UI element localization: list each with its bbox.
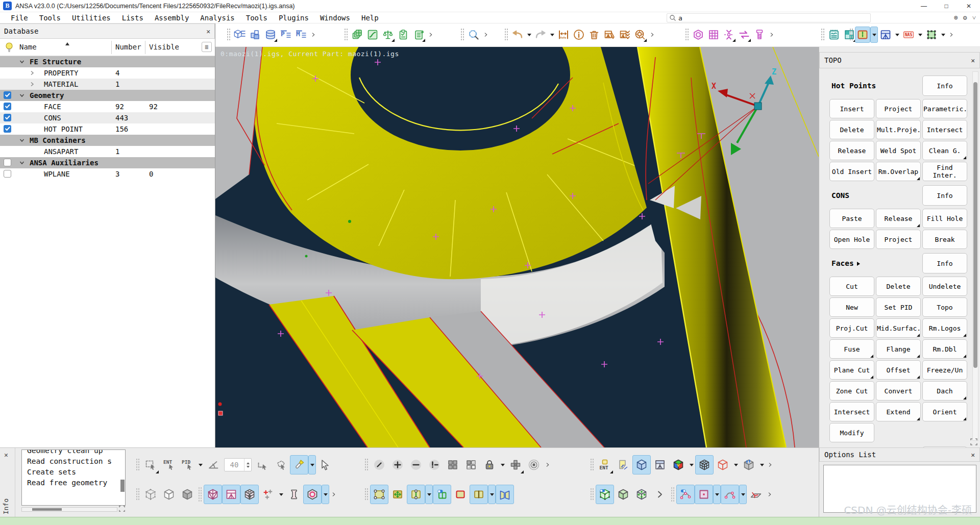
info-button-faces[interactable]: Info [922, 253, 967, 273]
undo-icon-dropdown[interactable] [525, 27, 533, 43]
set-pid-button[interactable]: Set PID [876, 297, 921, 317]
select-pid-icon[interactable]: PID [178, 455, 197, 474]
insert-button[interactable]: Insert [829, 99, 874, 118]
symmetry-icon[interactable] [721, 27, 737, 43]
bolt-icon[interactable] [752, 27, 767, 43]
box-select-icon[interactable] [141, 455, 160, 474]
polygon-select-icon[interactable] [272, 455, 290, 474]
shell-mode-icon[interactable] [222, 485, 240, 504]
transparency-view-icon-dropdown[interactable] [758, 455, 766, 474]
lock-view-icon-dropdown[interactable] [499, 455, 506, 474]
measure-icon[interactable] [556, 27, 571, 43]
edit-tools-more-icon[interactable] [649, 27, 656, 42]
mid-surfac-button[interactable]: Mid.Surfac. [876, 318, 921, 338]
paste-button[interactable]: Paste [829, 209, 874, 228]
column-name[interactable]: Name [19, 43, 37, 51]
solid-geometry-icon[interactable] [614, 485, 632, 504]
add-visible-icon[interactable] [388, 455, 407, 474]
tree-row-mb-containers[interactable]: MB Containers [0, 135, 215, 146]
quality-tools-more-icon[interactable] [427, 27, 434, 42]
surface-points-icon[interactable] [695, 485, 713, 504]
shell-mesh-icon-dropdown[interactable] [870, 27, 878, 43]
nodes-toggle-icon[interactable] [303, 485, 322, 504]
old-insert-button[interactable]: Old Insert [829, 162, 874, 181]
nastran-deck-icon-dropdown[interactable] [916, 27, 924, 43]
orient-button[interactable]: Orient [922, 402, 967, 421]
focus-icon[interactable] [632, 27, 648, 43]
tree-row-geometry[interactable]: Geometry [0, 90, 215, 101]
intersect-button[interactable]: Intersect [922, 120, 967, 139]
proj-cut-button[interactable]: Proj.Cut [829, 318, 874, 338]
show-all-icon[interactable] [444, 455, 462, 474]
zoom-area-icon[interactable] [466, 27, 481, 43]
tree-row-property[interactable]: PROPERTY4 [0, 67, 215, 79]
project-button[interactable]: Project [876, 230, 921, 249]
property-list-icon[interactable]: P [278, 27, 293, 43]
partial-select-icon[interactable] [253, 455, 272, 474]
maximize-button[interactable]: □ [935, 0, 958, 12]
angle-value-spinner[interactable]: 40 [224, 458, 252, 471]
rm-overlap-button[interactable]: Rm.Overlap [876, 162, 921, 181]
verify-mesh-icon[interactable] [617, 27, 632, 43]
show-partial-icon[interactable] [462, 455, 480, 474]
info-icon[interactable] [571, 27, 586, 43]
tree-row-ansapart[interactable]: ANSAPART1 [0, 146, 215, 157]
visibility-bulb-icon[interactable] [4, 42, 14, 53]
highlight-icon[interactable] [290, 455, 308, 474]
collapse-icon[interactable] [18, 56, 26, 67]
invert-visible-icon[interactable] [425, 455, 444, 474]
collapse-icon[interactable] [18, 157, 26, 168]
material-list-icon[interactable]: M [293, 27, 309, 43]
menu-assembly-4[interactable]: Assembly [149, 12, 194, 23]
solid-mode-icon[interactable] [178, 485, 197, 504]
batch-mesh-icon-dropdown[interactable] [893, 27, 901, 43]
face-edges-icon-dropdown[interactable] [425, 485, 433, 504]
function-curve-icon[interactable] [365, 27, 380, 43]
freeze-un-button[interactable]: Freeze/Un [922, 360, 967, 380]
open-hole-button[interactable]: Open Hole [829, 230, 874, 249]
command-hscrollbar[interactable] [21, 507, 117, 512]
menu-analysis-5[interactable]: Analysis [194, 12, 240, 23]
notes-icon[interactable] [826, 27, 842, 43]
close-button[interactable]: ✕ [958, 0, 980, 12]
face-axes-icon[interactable] [388, 485, 407, 504]
chevron-down-icon[interactable]: ˅ [972, 12, 976, 23]
tree-row-ansa-auxiliaries[interactable]: ANSA Auxiliaries [0, 157, 215, 168]
menu-help-9[interactable]: Help [356, 12, 384, 23]
topo-button[interactable]: Topo [922, 297, 967, 317]
quality-view-icon-dropdown[interactable] [688, 455, 695, 474]
fill-hole-button[interactable]: Fill Hole [922, 209, 967, 228]
fuse-button[interactable]: Fuse [829, 339, 874, 359]
working-plane-icon[interactable] [747, 485, 765, 504]
tree-row-wplane[interactable]: WPLANE30 [0, 168, 215, 180]
morph-box-icon[interactable] [924, 27, 939, 43]
select-entities-icon[interactable]: ENT [160, 455, 178, 474]
compare-icon[interactable] [380, 27, 396, 43]
column-number[interactable]: Number [115, 43, 141, 51]
hidden-line-mode-icon[interactable] [160, 485, 178, 504]
tree-row-face[interactable]: FACE9292 [0, 101, 215, 112]
remove-visible-icon[interactable] [407, 455, 425, 474]
nodes-toggle-icon-dropdown[interactable] [322, 485, 329, 504]
pid-view-icon-dropdown[interactable] [732, 455, 740, 474]
zoom-tools-more-icon[interactable] [482, 27, 489, 42]
flange-button[interactable]: Flange [876, 339, 921, 359]
new-button[interactable]: New [829, 297, 874, 317]
face-split-icon-dropdown[interactable] [488, 485, 496, 504]
offset-button[interactable]: Offset [876, 360, 921, 380]
column-visible[interactable]: Visible [149, 43, 179, 51]
redo-icon[interactable] [533, 27, 548, 43]
rm-dbl-button[interactable]: Rm.Dbl [922, 339, 967, 359]
database-close-icon[interactable]: ✕ [206, 28, 210, 35]
swap-direction-icon[interactable] [737, 27, 752, 43]
plane-cut-button[interactable]: Plane Cut [829, 360, 874, 380]
menu-tools-6[interactable]: Tools [240, 12, 273, 23]
shell-stack-icon[interactable] [350, 27, 365, 43]
delete-button[interactable]: Delete [829, 120, 874, 139]
release-button[interactable]: Release [876, 209, 921, 228]
shaded-view-icon[interactable] [632, 455, 651, 474]
render-modes-more-icon[interactable] [330, 487, 337, 502]
beams-toggle-icon[interactable] [285, 485, 303, 504]
slash-mode-icon[interactable] [370, 455, 388, 474]
quality-view-icon[interactable] [669, 455, 688, 474]
